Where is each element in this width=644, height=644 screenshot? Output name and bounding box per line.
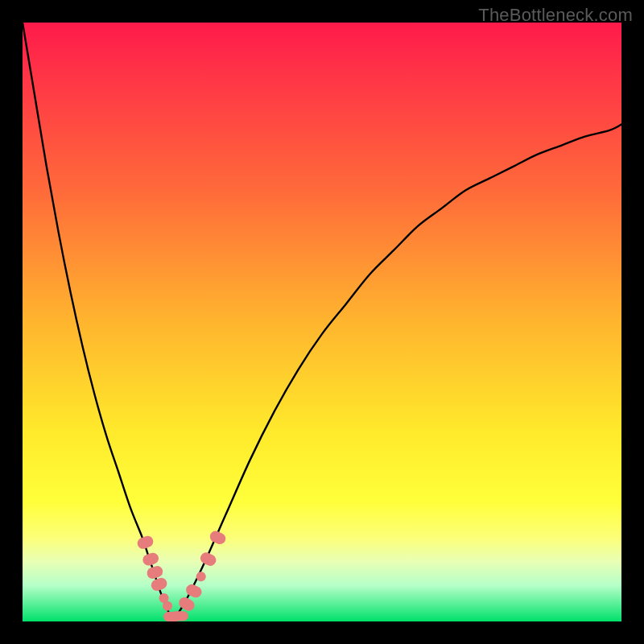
bead-7 [171, 611, 188, 621]
svg-rect-0 [136, 535, 155, 551]
watermark-text: TheBottleneck.com [478, 5, 633, 26]
left-branch-curve [23, 23, 172, 621]
right-branch-curve [172, 124, 621, 621]
plot-area [23, 23, 621, 621]
svg-rect-12 [208, 529, 228, 546]
svg-rect-7 [171, 611, 188, 621]
bead-0 [136, 535, 155, 551]
svg-rect-1 [142, 551, 160, 568]
bead-1 [142, 551, 160, 568]
chart-frame: TheBottleneck.com [0, 0, 644, 644]
bead-11 [199, 551, 218, 568]
curve-layer [23, 23, 621, 621]
svg-rect-11 [199, 551, 218, 568]
bead-12 [208, 529, 228, 546]
